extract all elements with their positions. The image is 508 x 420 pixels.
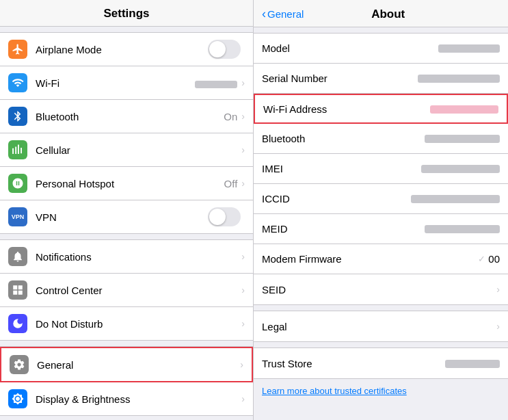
cellular-label: Cellular: [36, 144, 240, 156]
hotspot-label: Personal Hotspot: [36, 178, 224, 189]
model-label: Model: [262, 42, 351, 54]
general-group: General › Display & Brightness ›: [0, 346, 253, 416]
system-group: Notifications › Control Center › Do Not …: [0, 239, 253, 341]
airplane-label: Airplane Mode: [36, 44, 208, 55]
serial-value: [351, 73, 500, 83]
vpn-toggle-knob: [209, 209, 226, 225]
cellular-icon: [8, 140, 27, 159]
about-meid-row: MEID: [254, 214, 508, 244]
notifications-chevron: ›: [241, 251, 245, 262]
meid-value: [351, 224, 500, 234]
legal-row[interactable]: Legal ›: [254, 311, 508, 341]
left-panel: Settings Airplane Mode Wi-Fi . ›: [0, 0, 253, 420]
cellular-chevron: ›: [241, 144, 245, 155]
about-bluetooth-value: [351, 133, 500, 144]
control-center-label: Control Center: [36, 285, 240, 296]
wifi-address-label: Wi-Fi Address: [263, 103, 352, 115]
settings-item-control-center[interactable]: Control Center ›: [0, 274, 253, 307]
modem-checkmark: ✓: [478, 254, 485, 264]
back-label: General: [267, 8, 304, 20]
general-chevron: ›: [240, 359, 243, 370]
legal-chevron: ›: [496, 321, 500, 332]
settings-item-hotspot[interactable]: Personal Hotspot Off ›: [0, 167, 253, 200]
display-icon: [8, 389, 27, 408]
about-seid-row[interactable]: SEID ›: [254, 274, 508, 304]
about-info-group: Model Serial Number Wi-Fi Address Blueto…: [254, 33, 508, 305]
settings-item-general[interactable]: General ›: [0, 347, 253, 382]
iccid-label: ICCID: [262, 193, 351, 205]
airplane-toggle[interactable]: [208, 40, 241, 59]
legal-label: Legal: [262, 321, 351, 332]
seid-chevron: ›: [496, 284, 500, 295]
settings-item-bluetooth[interactable]: Bluetooth On ›: [0, 100, 253, 133]
meid-blurred: [425, 225, 500, 233]
serial-blurred: [418, 75, 500, 83]
about-modem-row: Modem Firmware ✓ 00: [254, 244, 508, 274]
imei-label: IMEI: [262, 163, 351, 174]
modem-version: 00: [488, 253, 500, 265]
about-imei-row: IMEI: [254, 154, 508, 184]
settings-item-wifi[interactable]: Wi-Fi . ›: [0, 66, 253, 100]
legal-group: Legal ›: [254, 311, 508, 342]
bluetooth-icon: [8, 107, 27, 126]
about-bluetooth-row: Bluetooth: [254, 124, 508, 154]
notifications-icon: [8, 247, 27, 266]
dnd-icon: [8, 314, 27, 333]
settings-item-cellular[interactable]: Cellular ›: [0, 133, 253, 167]
airplane-icon: [8, 40, 27, 59]
general-icon: [10, 355, 29, 374]
notifications-label: Notifications: [36, 251, 240, 263]
bluetooth-chevron: ›: [241, 111, 245, 122]
serial-label: Serial Number: [262, 73, 351, 84]
about-bluetooth-label: Bluetooth: [262, 133, 351, 144]
trust-store-row: Trust Store: [254, 348, 508, 378]
right-panel: ‹ General About Model Serial Number Wi-F…: [253, 0, 508, 420]
vpn-text: VPN: [12, 213, 25, 220]
trust-store-group: Trust Store: [254, 347, 508, 379]
vpn-label: VPN: [36, 211, 208, 223]
airplane-toggle-knob: [209, 41, 226, 57]
wifi-value: .: [195, 77, 238, 89]
left-title: Settings: [0, 7, 253, 21]
settings-item-notifications[interactable]: Notifications ›: [0, 240, 253, 274]
modem-value: ✓ 00: [351, 253, 500, 265]
dnd-label: Do Not Disturb: [36, 318, 240, 330]
vpn-toggle[interactable]: [208, 207, 241, 226]
seid-label: SEID: [262, 284, 351, 296]
right-title: About: [304, 8, 472, 21]
control-center-icon: [8, 280, 27, 300]
trust-store-blurred: [445, 360, 500, 368]
trust-store-value: [351, 358, 500, 369]
wifi-address-value: [352, 104, 498, 114]
settings-item-dnd[interactable]: Do Not Disturb ›: [0, 307, 253, 340]
about-bluetooth-blurred: [425, 135, 500, 143]
hotspot-value: Off: [224, 178, 238, 189]
wifi-chevron: ›: [241, 77, 245, 88]
hotspot-chevron: ›: [241, 178, 245, 189]
left-header: Settings: [0, 0, 253, 27]
learn-more-link[interactable]: Learn more about trusted certificates: [254, 379, 508, 403]
right-header: ‹ General About: [254, 0, 508, 27]
display-chevron: ›: [241, 393, 245, 404]
vpn-icon: VPN: [8, 207, 27, 226]
settings-item-vpn[interactable]: VPN VPN: [0, 200, 253, 233]
back-button[interactable]: ‹ General: [262, 7, 304, 21]
wifi-icon: [8, 73, 27, 92]
model-blurred: [438, 44, 500, 53]
general-label: General: [37, 359, 239, 371]
about-model-row: Model: [254, 34, 508, 64]
back-chevron-icon: ‹: [262, 7, 266, 21]
dnd-chevron: ›: [241, 318, 245, 329]
settings-item-airplane[interactable]: Airplane Mode: [0, 33, 253, 66]
iccid-blurred: [411, 195, 500, 203]
about-wifi-address-row: Wi-Fi Address: [254, 94, 508, 124]
settings-item-display[interactable]: Display & Brightness ›: [0, 382, 253, 415]
about-serial-row: Serial Number: [254, 64, 508, 94]
modem-label: Modem Firmware: [262, 253, 351, 265]
control-center-chevron: ›: [241, 285, 245, 296]
bluetooth-label: Bluetooth: [36, 111, 224, 122]
imei-value: [351, 163, 500, 174]
bluetooth-value: On: [224, 111, 237, 122]
meid-label: MEID: [262, 223, 351, 235]
about-iccid-row: ICCID: [254, 184, 508, 214]
